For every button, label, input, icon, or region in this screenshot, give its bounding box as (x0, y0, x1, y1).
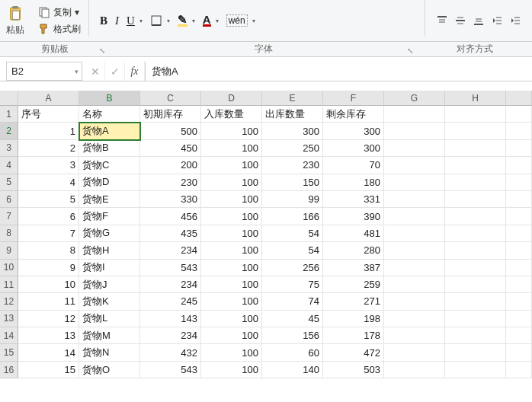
cell[interactable] (506, 225, 532, 242)
underline-button[interactable]: U (127, 14, 135, 27)
chevron-down-icon[interactable]: ▾ (252, 18, 255, 24)
cell[interactable]: 货物N (79, 344, 140, 361)
select-all-corner[interactable] (0, 91, 18, 106)
cell[interactable] (445, 344, 506, 361)
row-header[interactable]: 4 (0, 157, 18, 174)
cell[interactable] (384, 191, 445, 208)
cell[interactable]: 54 (262, 225, 323, 242)
row-header[interactable]: 13 (0, 311, 18, 327)
chevron-down-icon[interactable]: ▾ (167, 18, 170, 24)
cell[interactable]: 45 (262, 311, 323, 327)
cell[interactable] (445, 106, 506, 123)
cell[interactable]: 390 (323, 208, 384, 225)
cell[interactable] (506, 106, 532, 123)
cell[interactable]: 入库数量 (201, 106, 262, 123)
column-header[interactable]: F (323, 91, 384, 106)
border-button[interactable] (150, 14, 162, 27)
cell[interactable] (445, 208, 506, 225)
cell[interactable]: 100 (201, 225, 262, 242)
cell[interactable]: 序号 (18, 106, 79, 123)
cell[interactable] (384, 260, 445, 276)
cell[interactable]: 100 (201, 157, 262, 174)
cell[interactable] (384, 225, 445, 242)
row-header[interactable]: 12 (0, 293, 18, 310)
cell[interactable]: 货物H (79, 242, 140, 259)
cell[interactable]: 100 (201, 260, 262, 276)
cell[interactable]: 5 (18, 191, 79, 208)
cell[interactable]: 256 (262, 260, 323, 276)
cell[interactable]: 54 (262, 242, 323, 259)
align-middle-icon[interactable] (454, 14, 466, 27)
cell[interactable]: 60 (262, 344, 323, 361)
cell[interactable]: 503 (323, 362, 384, 378)
cell[interactable]: 100 (201, 123, 262, 139)
cell[interactable] (445, 242, 506, 259)
row-header[interactable]: 6 (0, 191, 18, 208)
row-header[interactable]: 10 (0, 260, 18, 276)
column-header[interactable]: C (140, 91, 201, 106)
cell[interactable]: 100 (201, 362, 262, 378)
cell[interactable]: 481 (323, 225, 384, 242)
cell[interactable] (506, 157, 532, 174)
cell[interactable] (506, 311, 532, 327)
cell[interactable]: 250 (262, 140, 323, 157)
cell[interactable]: 货物M (79, 327, 140, 344)
name-box[interactable]: B2 ▾ (6, 62, 82, 81)
cell[interactable]: 300 (323, 123, 384, 139)
cell[interactable]: 100 (201, 327, 262, 344)
cell[interactable]: 500 (140, 123, 201, 139)
row-header[interactable]: 5 (0, 174, 18, 191)
dialog-launcher-icon[interactable]: ⤡ (407, 46, 413, 55)
cell[interactable]: 14 (18, 344, 79, 361)
column-header[interactable]: A (18, 91, 79, 106)
cell[interactable]: 100 (201, 208, 262, 225)
cell[interactable]: 2 (18, 140, 79, 157)
cell[interactable] (384, 140, 445, 157)
cell[interactable]: 剩余库存 (323, 106, 384, 123)
cell[interactable]: 货物C (79, 157, 140, 174)
cell[interactable]: 货物L (79, 311, 140, 327)
cell[interactable] (506, 174, 532, 191)
cell[interactable]: 156 (262, 327, 323, 344)
copy-button[interactable]: 复制 ▾ (35, 4, 84, 21)
cell[interactable] (445, 157, 506, 174)
row-header[interactable]: 9 (0, 242, 18, 259)
decrease-indent-icon[interactable] (491, 14, 503, 27)
cell[interactable]: 12 (18, 311, 79, 327)
cell[interactable]: 13 (18, 327, 79, 344)
cell[interactable]: 180 (323, 174, 384, 191)
column-header[interactable]: G (384, 91, 445, 106)
formula-cancel-button[interactable]: ✕ (85, 62, 105, 81)
cell[interactable]: 234 (140, 242, 201, 259)
cell[interactable] (506, 242, 532, 259)
cell[interactable]: 70 (323, 157, 384, 174)
cell[interactable]: 198 (323, 311, 384, 327)
row-header[interactable]: 15 (0, 344, 18, 361)
cell[interactable]: 10 (18, 276, 79, 293)
cell[interactable]: 7 (18, 225, 79, 242)
cell[interactable] (445, 260, 506, 276)
row-header[interactable]: 11 (0, 276, 18, 293)
cell[interactable] (384, 157, 445, 174)
cell[interactable]: 432 (140, 344, 201, 361)
cell[interactable]: 245 (140, 293, 201, 310)
chevron-down-icon[interactable]: ▾ (216, 18, 219, 24)
fill-color-button[interactable]: ✎ (178, 14, 187, 27)
cell[interactable]: 166 (262, 208, 323, 225)
dialog-launcher-icon[interactable]: ⤡ (99, 46, 105, 55)
cell[interactable] (506, 327, 532, 344)
cell[interactable] (445, 174, 506, 191)
row-header[interactable]: 7 (0, 208, 18, 225)
cell[interactable]: 74 (262, 293, 323, 310)
cell[interactable]: 230 (262, 157, 323, 174)
cell[interactable]: 货物B (79, 140, 140, 157)
cell[interactable]: 初期库存 (140, 106, 201, 123)
cell[interactable] (384, 242, 445, 259)
cell[interactable]: 100 (201, 311, 262, 327)
chevron-down-icon[interactable]: ▾ (75, 68, 79, 75)
cell[interactable]: 435 (140, 225, 201, 242)
cell[interactable]: 280 (323, 242, 384, 259)
font-color-button[interactable]: A (203, 14, 211, 27)
cell[interactable] (384, 106, 445, 123)
cell[interactable] (445, 293, 506, 310)
